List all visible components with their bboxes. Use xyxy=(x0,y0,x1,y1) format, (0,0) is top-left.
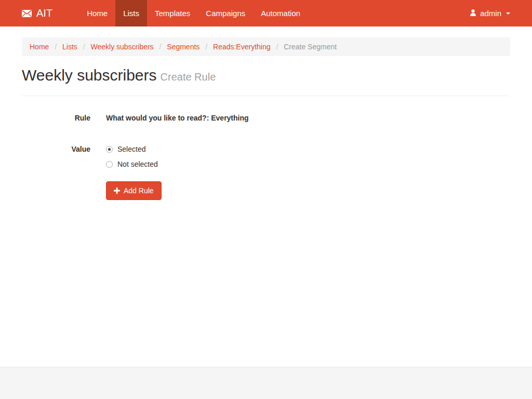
user-label: admin xyxy=(480,9,501,18)
breadcrumb-separator: / xyxy=(272,43,282,51)
page-footer xyxy=(0,367,532,399)
nav-link-lists[interactable]: Lists xyxy=(115,0,147,26)
radio-button-icon[interactable] xyxy=(106,161,113,168)
top-navbar: AIT Home Lists Templates Campaigns Autom… xyxy=(0,0,532,26)
breadcrumb: Home / Lists / Weekly subscribers / Segm… xyxy=(22,37,510,56)
nav-item-home: Home xyxy=(79,0,115,26)
breadcrumb-separator: / xyxy=(51,43,60,51)
breadcrumb-separator: / xyxy=(79,43,89,51)
nav-link-home[interactable]: Home xyxy=(79,0,115,26)
breadcrumb-link-lists[interactable]: Lists xyxy=(62,43,77,51)
breadcrumb-separator: / xyxy=(156,43,165,51)
main-nav: Home Lists Templates Campaigns Automatio… xyxy=(79,0,308,26)
create-rule-form: Rule What would you like to read?: Every… xyxy=(22,109,510,200)
breadcrumb-link-home[interactable]: Home xyxy=(30,43,49,51)
rule-value-text: What would you like to read?: Everything xyxy=(106,109,510,123)
nav-item-automation: Automation xyxy=(253,0,308,26)
page-content: Home / Lists / Weekly subscribers / Segm… xyxy=(0,26,532,367)
rule-row: Rule What would you like to read?: Every… xyxy=(22,109,510,123)
button-row-content: Add Rule xyxy=(106,181,510,200)
page-title: Weekly subscribersCreate Rule xyxy=(22,66,510,86)
breadcrumb-separator: / xyxy=(202,43,211,51)
breadcrumb-link-reads-everything[interactable]: Reads:Everything xyxy=(213,43,271,51)
button-row-spacer xyxy=(22,181,90,200)
plus-icon xyxy=(114,188,120,194)
button-row: Add Rule xyxy=(22,181,510,200)
page-subtitle: Create Rule xyxy=(161,71,216,83)
radio-button-icon[interactable] xyxy=(106,146,113,153)
radio-option-selected[interactable]: Selected xyxy=(106,144,510,154)
nav-link-campaigns[interactable]: Campaigns xyxy=(198,0,253,26)
nav-item-lists: Lists xyxy=(115,0,147,26)
nav-item-templates: Templates xyxy=(147,0,198,26)
title-divider xyxy=(22,96,510,96)
breadcrumb-current: Create Segment xyxy=(284,43,337,51)
navbar-right: admin xyxy=(461,0,510,26)
radio-option-not-selected[interactable]: Not selected xyxy=(106,159,510,169)
envelope-icon xyxy=(22,10,32,17)
breadcrumb-link-segments[interactable]: Segments xyxy=(167,43,200,51)
radio-option-label: Selected xyxy=(117,144,145,154)
nav-link-automation[interactable]: Automation xyxy=(253,0,308,26)
nav-item-campaigns: Campaigns xyxy=(198,0,253,26)
value-label: Value xyxy=(22,140,90,174)
breadcrumb-link-weekly-subscribers[interactable]: Weekly subscribers xyxy=(91,43,154,51)
value-row: Value Selected Not selected xyxy=(22,140,510,174)
nav-link-templates[interactable]: Templates xyxy=(147,0,198,26)
brand-link[interactable]: AIT xyxy=(22,0,60,26)
radio-option-label: Not selected xyxy=(117,159,158,169)
user-icon xyxy=(469,9,477,18)
caret-down-icon xyxy=(506,12,510,15)
user-menu[interactable]: admin xyxy=(461,9,510,18)
page-title-text: Weekly subscribers xyxy=(22,66,157,84)
rule-label: Rule xyxy=(22,109,90,123)
add-rule-label: Add Rule xyxy=(124,185,154,196)
add-rule-button[interactable]: Add Rule xyxy=(106,181,162,200)
brand-label: AIT xyxy=(36,7,52,19)
value-radio-group: Selected Not selected xyxy=(106,140,510,174)
